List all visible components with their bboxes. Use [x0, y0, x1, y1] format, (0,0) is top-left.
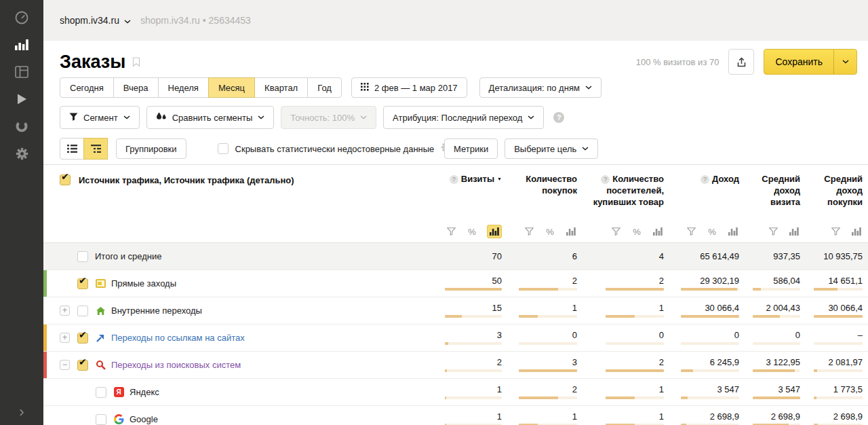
segment-button[interactable]: Сегмент — [60, 106, 140, 129]
row-checkbox[interactable]: ✔ — [77, 360, 88, 371]
visits-sample-note: 100 % визитов из 70 — [636, 57, 719, 67]
filter-funnel-icon[interactable] — [445, 225, 457, 238]
row-checkbox[interactable] — [96, 414, 106, 425]
help-icon[interactable]: ? — [450, 175, 458, 184]
sidebar: › — [0, 0, 43, 425]
metric-mini-bar — [753, 315, 800, 318]
help-icon[interactable]: ? — [601, 175, 610, 184]
bar-chart-icon[interactable] — [788, 225, 800, 238]
sidebar-gear-icon[interactable] — [0, 141, 43, 168]
row-color-strip — [43, 325, 47, 351]
hide-unreliable-checkbox[interactable] — [218, 143, 229, 154]
date-range-button[interactable]: 2 фев — 1 мар 2017 — [351, 77, 467, 98]
compare-segments-button[interactable]: Сравнить сегменты — [146, 106, 275, 129]
save-dropdown-arrow[interactable] — [833, 50, 856, 74]
table-row: −✔Переходы из поисковых систем2326 245,9… — [43, 351, 868, 378]
metric-mini-bar — [814, 369, 863, 372]
period-tab-0[interactable]: Сегодня — [60, 77, 114, 98]
bar-chart-icon[interactable] — [652, 225, 664, 238]
row-label[interactable]: Переходы из поисковых систем — [111, 360, 241, 370]
row-checkbox[interactable] — [77, 251, 88, 262]
metric-cell: 2 — [507, 379, 583, 405]
percent-icon[interactable]: % — [544, 225, 556, 238]
period-tab-1[interactable]: Вчера — [113, 77, 159, 98]
bar-chart-icon[interactable] — [850, 225, 863, 238]
row-label[interactable]: Прямые заходы — [111, 278, 176, 289]
sidebar-bar-chart-icon[interactable] — [0, 33, 43, 60]
metric-mini-bar — [753, 396, 800, 399]
house-icon — [95, 306, 106, 316]
filter-funnel-icon[interactable] — [523, 225, 535, 238]
metric-cell: 1 — [437, 406, 507, 425]
filter-funnel-icon[interactable] — [685, 225, 697, 238]
bar-chart-icon[interactable] — [727, 225, 739, 238]
expander-minus-icon[interactable]: − — [60, 360, 70, 370]
accuracy-select: Точность: 100% — [281, 106, 376, 129]
row-label[interactable]: Внутренние переходы — [111, 306, 202, 316]
column-header-5[interactable]: Средний доход покупки — [806, 165, 868, 221]
bar-chart-icon[interactable] — [487, 225, 502, 238]
chevron-down-icon — [582, 147, 589, 151]
column-header-4[interactable]: Средний доход визита — [745, 165, 806, 221]
period-tab-5[interactable]: Год — [307, 77, 342, 98]
row-checkbox[interactable]: ✔ — [77, 333, 88, 344]
export-button[interactable] — [728, 49, 754, 75]
sidebar-donut-icon[interactable] — [0, 114, 43, 141]
bar-chart-icon[interactable] — [565, 225, 577, 238]
select-all-checkbox[interactable]: ✔ — [60, 174, 71, 185]
metric-cell: 3 547 — [745, 379, 806, 405]
list-view-toggle[interactable] — [60, 138, 84, 160]
expander-plus-icon[interactable]: + — [60, 306, 70, 316]
goal-select[interactable]: Выберите цель — [505, 138, 598, 159]
topbar: shopm.iv34.ru shopm.iv34.ru • 25634453 — [43, 0, 868, 41]
metrics-button[interactable]: Метрики — [444, 138, 498, 159]
bookmark-icon[interactable] — [132, 57, 140, 67]
sidebar-collapse-chevron[interactable]: › — [0, 405, 43, 420]
column-header-2[interactable]: ?Количество посетителей, купивших товар — [583, 165, 669, 221]
tree-view-toggle[interactable] — [83, 138, 108, 160]
percent-icon[interactable]: % — [631, 225, 643, 238]
row-checkbox[interactable]: ✔ — [77, 278, 88, 289]
metric-mini-bar — [519, 288, 577, 291]
row-label[interactable]: Переходы по ссылкам на сайтах — [111, 333, 245, 343]
counter-switcher[interactable]: shopm.iv34.ru — [60, 15, 131, 26]
row-label[interactable]: Итого и средние — [95, 251, 161, 261]
metric-cell: 2 — [507, 270, 583, 297]
percent-icon[interactable]: % — [706, 225, 718, 238]
row-label[interactable]: Google — [130, 414, 158, 424]
table-row: ✔Прямые заходы502229 302,19586,0414 651,… — [43, 270, 868, 297]
filter-funnel-icon[interactable] — [829, 225, 842, 238]
sidebar-layout-icon[interactable] — [0, 60, 43, 87]
groupings-button[interactable]: Группировки — [116, 138, 186, 159]
period-tab-2[interactable]: Неделя — [158, 77, 209, 98]
row-checkbox[interactable] — [77, 306, 88, 316]
detail-select[interactable]: Детализация: по дням — [479, 77, 601, 98]
speedometer-icon — [14, 10, 30, 29]
metric-cell: 1 — [583, 379, 669, 405]
period-tab-3[interactable]: Месяц — [208, 77, 255, 98]
attribution-select[interactable]: Атрибуция: Последний переход — [383, 106, 544, 129]
metric-mini-bar — [519, 315, 577, 318]
column-header-0[interactable]: ?Визиты▼ — [437, 165, 507, 221]
expander-plus-icon[interactable]: + — [60, 333, 70, 343]
help-icon[interactable]: ? — [701, 175, 709, 184]
metric-mini-bar — [519, 396, 577, 399]
table-row: Итого и средние706465 614,49937,3510 935… — [43, 242, 868, 270]
column-tools-5 — [806, 225, 868, 238]
sidebar-speedometer-icon[interactable] — [0, 5, 43, 33]
column-header-1[interactable]: Количество покупок — [507, 165, 583, 221]
metric-cell: 4 — [583, 243, 669, 270]
row-checkbox[interactable] — [96, 387, 106, 398]
filter-funnel-icon[interactable] — [610, 225, 622, 238]
save-button[interactable]: Сохранить — [764, 50, 833, 74]
sidebar-play-icon[interactable] — [0, 87, 43, 114]
metric-mini-bar — [606, 396, 664, 399]
filters-row: Сегмент Сравнить сегменты Точность: 100%… — [43, 106, 868, 129]
help-icon[interactable]: ? — [553, 112, 564, 123]
filter-funnel-icon[interactable] — [767, 225, 779, 238]
column-header-3[interactable]: ?Доход — [669, 165, 745, 221]
period-tab-4[interactable]: Квартал — [254, 77, 308, 98]
percent-icon[interactable]: % — [466, 225, 478, 238]
row-label[interactable]: Яндекс — [130, 387, 159, 397]
metric-cell: 0 — [669, 325, 745, 351]
